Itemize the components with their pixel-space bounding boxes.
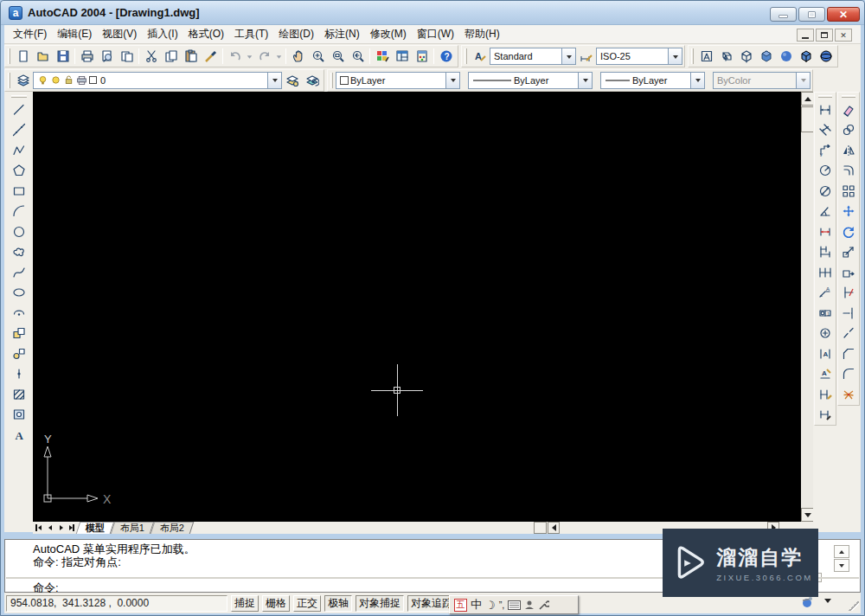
flat-shaded-edges-button[interactable]: [796, 47, 816, 66]
redo-button[interactable]: [254, 47, 274, 66]
dim-radius-button[interactable]: [815, 161, 836, 182]
dim-style-button[interactable]: [815, 405, 836, 426]
arc-button[interactable]: [9, 202, 29, 222]
quick-dimension-button[interactable]: [815, 221, 836, 242]
break-button[interactable]: [838, 324, 859, 344]
layer-lock-icon[interactable]: [63, 74, 74, 86]
dim-style-manager-button[interactable]: [576, 47, 596, 66]
scale-button[interactable]: [838, 242, 859, 263]
undo-button[interactable]: [225, 47, 245, 66]
layer-on-icon[interactable]: [37, 74, 48, 86]
dim-aligned-button[interactable]: [815, 120, 836, 141]
designcenter-button[interactable]: [392, 47, 412, 66]
status-toggle-2[interactable]: 正交: [293, 595, 321, 612]
menu-item-5[interactable]: 工具(T): [229, 24, 273, 44]
status-toggle-0[interactable]: 捕捉: [231, 595, 259, 612]
layer-plot-icon[interactable]: [76, 74, 87, 86]
tab-model[interactable]: 模型: [76, 522, 115, 534]
ime-wrench-icon[interactable]: [538, 600, 549, 611]
save-button[interactable]: [53, 47, 73, 66]
toolbar-grip[interactable]: [818, 95, 832, 98]
region-button[interactable]: [9, 405, 29, 426]
layer-manager-button[interactable]: [13, 71, 33, 90]
help-button[interactable]: ?: [436, 47, 456, 66]
gouraud-shaded-button[interactable]: [776, 47, 796, 66]
undo-drop-button[interactable]: [245, 47, 254, 66]
rectangle-button[interactable]: [9, 181, 29, 202]
mdi-restore-button[interactable]: [816, 29, 833, 42]
ellipse-button[interactable]: [9, 283, 29, 304]
ime-fullhalf-icon[interactable]: ☽: [485, 599, 496, 612]
paste-button[interactable]: [181, 47, 201, 66]
autocad-app-icon[interactable]: a: [9, 6, 22, 20]
wireframe-3d-button[interactable]: [716, 47, 736, 66]
zoom-window-button[interactable]: [328, 47, 348, 66]
dim-linear-button[interactable]: [815, 99, 836, 120]
offset-button[interactable]: [838, 161, 859, 182]
plot-button[interactable]: [77, 47, 97, 66]
communication-center-icon[interactable]: [800, 595, 814, 609]
menu-item-10[interactable]: 帮助(H): [459, 24, 505, 44]
polyline-button[interactable]: [9, 140, 29, 161]
menu-item-2[interactable]: 视图(V): [97, 24, 142, 44]
minimize-button[interactable]: [770, 7, 797, 22]
flat-shaded-button[interactable]: [756, 47, 776, 66]
cmd-scroll-down-button[interactable]: [834, 559, 849, 572]
ime-user-icon[interactable]: [524, 600, 535, 610]
dim-continue-button[interactable]: [815, 262, 836, 283]
point-button[interactable]: [9, 364, 29, 385]
menu-item-0[interactable]: 文件(F): [8, 24, 52, 44]
mdi-minimize-button[interactable]: [797, 29, 814, 42]
make-object-layer-current-button[interactable]: [282, 71, 302, 90]
toolbar-grip[interactable]: [11, 95, 27, 98]
dim-style-combo[interactable]: ISO-25: [596, 48, 682, 65]
insert-block-button[interactable]: [9, 324, 29, 344]
dim-diameter-button[interactable]: [815, 181, 836, 202]
chamfer-button[interactable]: [838, 343, 859, 364]
copy-clip-button[interactable]: [161, 47, 181, 66]
publish-button[interactable]: [117, 47, 137, 66]
revision-cloud-button[interactable]: [9, 242, 29, 263]
quick-leader-button[interactable]: A: [815, 283, 836, 304]
resize-grip[interactable]: [849, 600, 859, 611]
dim-baseline-button[interactable]: [815, 242, 836, 263]
open-button[interactable]: [33, 47, 53, 66]
polygon-button[interactable]: [9, 161, 29, 182]
ime-input-method-icon[interactable]: 五: [454, 599, 467, 612]
pan-button[interactable]: [288, 47, 308, 66]
tab-next-button[interactable]: [55, 523, 67, 534]
ime-punct-icon[interactable]: ”,: [499, 600, 505, 610]
extend-button[interactable]: [838, 303, 859, 324]
wireframe-2d-button[interactable]: [696, 47, 716, 66]
dim-angular-button[interactable]: [815, 202, 836, 222]
maximize-button[interactable]: [798, 7, 825, 22]
color-combo[interactable]: ByLayer: [336, 72, 460, 89]
toolbar-grip[interactable]: [330, 73, 333, 88]
tab-layout1[interactable]: 布局1: [111, 522, 155, 534]
tab-first-button[interactable]: [33, 523, 44, 534]
zoom-previous-button[interactable]: [348, 47, 368, 66]
menu-item-7[interactable]: 标注(N): [319, 24, 365, 44]
line-button[interactable]: [9, 99, 29, 120]
mirror-button[interactable]: [838, 140, 859, 161]
rotate-button[interactable]: [838, 221, 859, 242]
text-style-combo[interactable]: Standard: [490, 48, 576, 65]
layer-previous-button[interactable]: [302, 71, 322, 90]
multiline-text-button[interactable]: A: [9, 425, 29, 446]
erase-button[interactable]: [838, 99, 859, 120]
move-button[interactable]: [838, 202, 859, 222]
zoom-realtime-button[interactable]: [308, 47, 328, 66]
toolbar-grip[interactable]: [8, 73, 10, 88]
status-tray-menu-arrow[interactable]: [824, 599, 831, 606]
copy-button[interactable]: [838, 120, 859, 141]
cmd-scroll-up-button[interactable]: [834, 545, 849, 558]
dim-text-edit-button[interactable]: A: [815, 343, 836, 364]
toolbar-grip[interactable]: [842, 95, 855, 98]
menu-item-4[interactable]: 格式(O): [183, 24, 229, 44]
explode-button[interactable]: [838, 384, 859, 405]
hatch-button[interactable]: [9, 384, 29, 405]
trim-button[interactable]: [838, 283, 859, 304]
linetype-combo[interactable]: ByLayer: [468, 72, 593, 89]
tab-layout2[interactable]: 布局2: [151, 522, 195, 534]
menu-item-9[interactable]: 窗口(W): [412, 24, 459, 44]
